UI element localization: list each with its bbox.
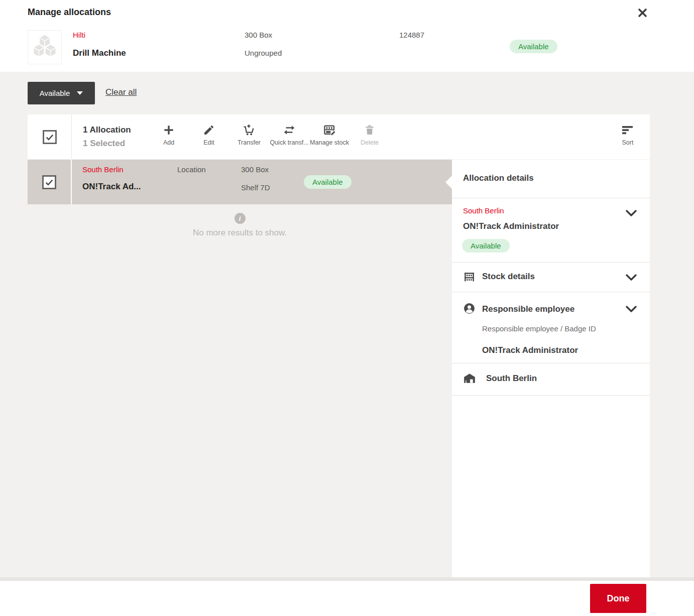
empty-state: i No more results to show. — [28, 213, 452, 238]
row-checkbox[interactable] — [42, 175, 57, 190]
select-all-cell[interactable] — [28, 114, 72, 159]
asset-group: Ungrouped — [245, 49, 282, 57]
chevron-down-icon[interactable] — [626, 305, 637, 314]
toolbar-actions: Add Edit Transfer — [149, 114, 390, 159]
close-button[interactable] — [635, 6, 650, 21]
details-allocation-section: South Berlin ON!Track Administrator Avai… — [452, 198, 650, 263]
sort-bars-icon — [622, 122, 634, 138]
responsible-employee-section[interactable]: Responsible employee Responsible employe… — [452, 292, 650, 363]
page-title: Manage allocations — [28, 7, 111, 18]
details-status-badge: Available — [462, 239, 510, 253]
row-location-type: Location — [177, 165, 206, 174]
row-worker: ON!Track Ad... — [82, 182, 141, 192]
action-label: Edit — [189, 139, 228, 147]
row-position: Shelf 7D — [241, 183, 270, 192]
modal-header: Manage allocations Hilti Drill Machine 3… — [0, 0, 694, 72]
row-status-badge: Available — [304, 175, 352, 189]
select-all-checkbox[interactable] — [42, 130, 57, 145]
action-label: Add — [149, 139, 188, 147]
rack-icon — [463, 271, 476, 285]
add-button[interactable]: Add — [149, 114, 189, 159]
chevron-down-icon — [77, 91, 83, 95]
sort-label: Sort — [608, 139, 647, 147]
allocation-details-panel: Allocation details South Berlin ON!Track… — [452, 160, 650, 577]
allocation-count: 1 Allocation — [83, 125, 149, 135]
selected-row-notch — [445, 176, 452, 189]
footer-divider — [0, 577, 694, 581]
asset-scan-code: 124887 — [399, 31, 424, 39]
allocation-row[interactable]: South Berlin ON!Track Ad... Location 300… — [28, 160, 452, 204]
done-button[interactable]: Done — [590, 584, 646, 613]
edit-button[interactable]: Edit — [189, 114, 229, 159]
trash-icon — [364, 122, 376, 138]
warehouse-icon — [463, 372, 476, 387]
chevron-down-icon[interactable] — [626, 209, 637, 218]
delete-button: Delete — [350, 114, 390, 159]
warehouse-section: South Berlin — [452, 363, 650, 396]
manage-stock-button[interactable]: Manage stock — [309, 114, 350, 159]
quick-transfer-button[interactable]: Quick transf... — [269, 114, 309, 159]
sort-button[interactable]: Sort — [608, 114, 648, 159]
action-label: Quick transf... — [270, 139, 309, 147]
details-worker: ON!Track Administrator — [463, 221, 559, 231]
row-checkbox-cell[interactable] — [28, 160, 72, 204]
details-location: South Berlin — [463, 206, 504, 215]
status-filter-dropdown[interactable]: Available — [28, 82, 95, 104]
stock-details-section[interactable]: Stock details — [452, 263, 650, 292]
person-icon — [463, 302, 476, 317]
swap-arrows-icon — [283, 122, 296, 138]
details-header-section: Allocation details — [452, 160, 650, 198]
asset-quantity: 300 Box — [245, 31, 272, 39]
responsible-employee-label: Responsible employee — [482, 304, 574, 314]
row-location: South Berlin — [82, 165, 124, 174]
details-title: Allocation details — [463, 173, 534, 183]
status-filter-value: Available — [40, 89, 70, 97]
asset-name: Drill Machine — [73, 48, 126, 58]
asset-thumbnail — [28, 30, 62, 64]
empty-message: No more results to show. — [28, 228, 452, 238]
responsible-field-label: Responsible employee / Badge ID — [482, 323, 611, 334]
stock-edit-icon — [323, 122, 336, 138]
clear-all-link[interactable]: Clear all — [105, 87, 137, 97]
pencil-icon — [203, 122, 215, 138]
cubes-icon — [28, 57, 61, 65]
plus-icon — [162, 122, 175, 138]
selection-counts: 1 Allocation 1 Selected — [72, 114, 149, 159]
warehouse-name: South Berlin — [486, 374, 537, 384]
stock-details-label: Stock details — [482, 272, 535, 282]
close-icon — [638, 8, 647, 20]
transfer-button[interactable]: Transfer — [229, 114, 269, 159]
action-label: Transfer — [229, 139, 269, 147]
asset-status-badge: Available — [510, 40, 557, 53]
selected-count: 1 Selected — [83, 139, 149, 149]
info-icon: i — [235, 213, 246, 224]
action-label: Manage stock — [310, 139, 349, 147]
responsible-field-value: ON!Track Administrator — [482, 345, 578, 355]
chevron-down-icon[interactable] — [626, 274, 637, 283]
asset-manufacturer: Hilti — [73, 31, 85, 39]
row-quantity: 300 Box — [241, 165, 269, 174]
allocations-toolbar: 1 Allocation 1 Selected Add Edit — [28, 114, 650, 159]
modal-footer: Done — [0, 581, 694, 616]
action-label: Delete — [350, 139, 389, 147]
cart-plus-icon — [242, 122, 256, 138]
